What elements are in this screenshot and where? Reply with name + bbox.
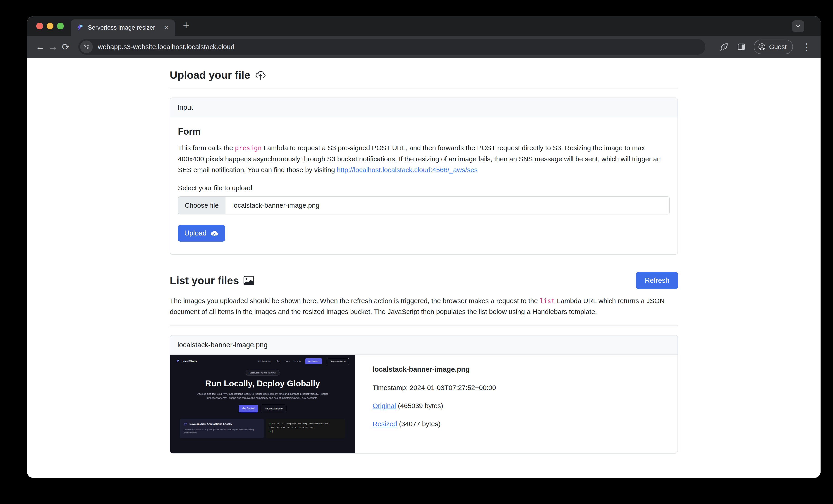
side-panel-icon: [737, 43, 746, 51]
banner-headline: Run Locally, Deploy Globally: [170, 379, 355, 388]
file-card-header: localstack-banner-image.png: [170, 335, 677, 355]
banner-nav-signin: Sign in: [294, 360, 301, 362]
tab-favicon-icon: [76, 24, 84, 31]
file-details: localstack-banner-image.png Timestamp: 2…: [355, 355, 505, 453]
upload-button[interactable]: Upload: [178, 225, 225, 242]
resized-size: (34077 bytes): [397, 420, 441, 428]
energy-saver-button[interactable]: [719, 42, 729, 52]
image-icon: [243, 275, 254, 286]
banner-cta-get-started: Get Started: [239, 405, 258, 412]
browser-window: Serverless image resizer ✕ + ← → ⟳ webap…: [27, 16, 820, 478]
profile-button[interactable]: Guest: [754, 40, 793, 54]
banner-nav-pricing: Pricing & Faq: [258, 360, 271, 362]
chevron-down-icon: [795, 23, 802, 30]
new-tab-button[interactable]: +: [181, 20, 191, 32]
file-name: localstack-banner-image.png: [373, 365, 496, 374]
terminal-cursor: ▌: [272, 430, 273, 432]
original-link[interactable]: Original: [373, 402, 396, 409]
input-card-header: Input: [170, 98, 677, 118]
share-icon: [184, 422, 187, 426]
banner-logo: LocalStack: [176, 359, 197, 363]
banner-cta-request-demo: Request a Demo: [261, 405, 286, 412]
presign-code: presign: [235, 144, 262, 152]
tab-title: Serverless image resizer: [88, 24, 163, 31]
form-description: This form calls the presign Lambda to re…: [178, 143, 670, 176]
banner-nav-blog: Blog: [276, 360, 280, 362]
list-description: The images you uploaded should be shown …: [170, 296, 678, 318]
localstack-logo-icon: [176, 359, 180, 363]
list-description-part1: The images you uploaded should be shown …: [170, 297, 540, 304]
reload-button[interactable]: ⟳: [59, 42, 72, 52]
cloud-upload-icon: [255, 70, 266, 81]
banner-terminal: > aws s3 ls --endpoint-url http://localh…: [266, 419, 346, 438]
ses-link[interactable]: http://localhost.localstack.cloud:4566/_…: [337, 166, 478, 174]
list-title-text: List your files: [170, 274, 239, 286]
banner-brand-text: LocalStack: [182, 359, 197, 363]
input-card: Input Form This form calls the presign L…: [170, 98, 678, 255]
banner-subtext: Develop and test your AWS applications l…: [195, 392, 331, 400]
minimize-window-button[interactable]: [47, 23, 53, 29]
upload-title-text: Upload your file: [170, 69, 250, 81]
back-button[interactable]: ←: [34, 42, 47, 52]
browser-toolbar: ← → ⟳ webapp.s3-website.localhost.locals…: [27, 36, 820, 58]
banner-nav-docs: Docs: [285, 360, 289, 362]
page-content: Upload your file Input Form This form ca…: [27, 58, 820, 478]
banner-feature-text: Use LocalStack as a drop-in replacement …: [184, 428, 260, 434]
file-input-value: localstack-banner-image.png: [225, 202, 319, 209]
banner-feature-title: Develop AWS Applications Locally: [189, 423, 232, 425]
file-timestamp: Timestamp: 2024-01-03T07:27:52+00:00: [373, 384, 496, 392]
choose-file-button[interactable]: Choose file: [178, 197, 225, 214]
banner-get-started-button: Get Started: [305, 358, 322, 364]
cloud-upload-filled-icon: [210, 229, 219, 237]
site-settings-button[interactable]: [80, 41, 93, 53]
tab-strip: Serverless image resizer ✕ +: [27, 16, 820, 36]
resized-link[interactable]: Resized: [373, 420, 397, 428]
tab-close-icon[interactable]: ✕: [163, 24, 169, 31]
maximize-window-button[interactable]: [57, 23, 64, 29]
browser-tab[interactable]: Serverless image resizer ✕: [71, 20, 175, 36]
banner-feature-card: Develop AWS Applications Locally Use Loc…: [180, 419, 264, 438]
refresh-button[interactable]: Refresh: [636, 272, 678, 289]
file-card: localstack-banner-image.png LocalStack: [170, 335, 678, 454]
original-size: (465039 bytes): [396, 402, 443, 409]
traffic-lights: [36, 23, 64, 29]
tune-icon: [83, 44, 90, 50]
divider: [170, 88, 678, 89]
upload-button-label: Upload: [184, 229, 207, 237]
list-code: list: [540, 297, 555, 305]
list-section-title: List your files: [170, 274, 254, 286]
banner-request-demo-button: Request a Demo: [327, 358, 349, 364]
forward-button[interactable]: →: [47, 42, 59, 52]
file-input-label: Select your file to upload: [178, 184, 670, 192]
file-input[interactable]: Choose file localstack-banner-image.png: [178, 196, 670, 215]
browser-menu-button[interactable]: ⋮: [800, 42, 814, 52]
close-window-button[interactable]: [36, 23, 43, 29]
terminal-prompt2: >: [269, 430, 270, 432]
leaf-icon: [719, 42, 729, 52]
terminal-command: aws s3 ls --endpoint-url http://localhos…: [270, 423, 328, 425]
side-panel-button[interactable]: [737, 43, 746, 51]
person-icon: [758, 43, 766, 51]
divider: [170, 326, 678, 326]
url-text: webapp.s3-website.localhost.localstack.c…: [98, 43, 235, 51]
profile-label: Guest: [769, 43, 787, 51]
upload-section-title: Upload your file: [170, 69, 678, 81]
terminal-output: 2023-11-15 10:12:18 hello-localstack: [269, 426, 342, 430]
tab-search-button[interactable]: [792, 20, 804, 32]
address-bar[interactable]: webapp.s3-website.localhost.localstack.c…: [78, 39, 705, 55]
form-description-part1: This form calls the: [178, 144, 235, 152]
form-title: Form: [178, 126, 670, 136]
file-thumbnail[interactable]: LocalStack Pricing & Faq Blog Docs Sign …: [170, 355, 355, 453]
banner-version-badge: LocalStack v3.0 is out now!: [245, 370, 279, 376]
